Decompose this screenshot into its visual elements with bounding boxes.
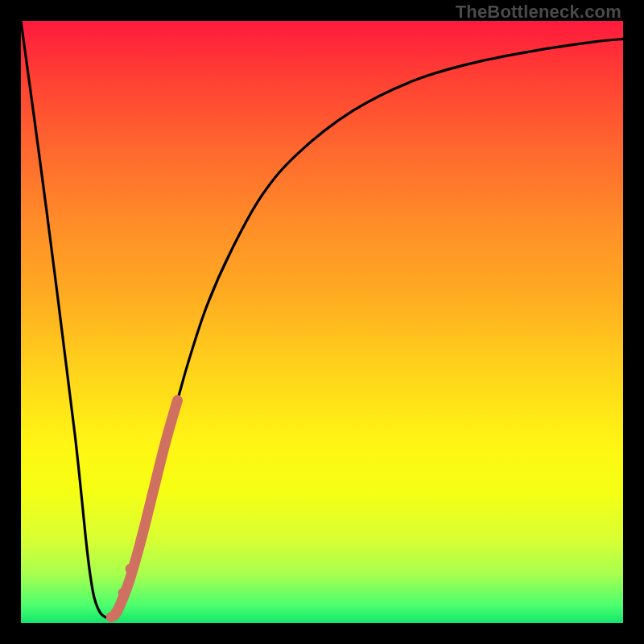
highlight-dot [118,588,129,598]
chart-frame: TheBottleneck.com [0,0,644,644]
watermark-text: TheBottleneck.com [456,2,621,23]
bottleneck-curve [21,21,623,618]
highlight-dot [111,607,122,617]
plot-area [21,21,623,623]
highlight-dot [126,564,136,574]
highlighted-range [111,400,177,617]
bottleneck-curve-svg [21,21,623,623]
